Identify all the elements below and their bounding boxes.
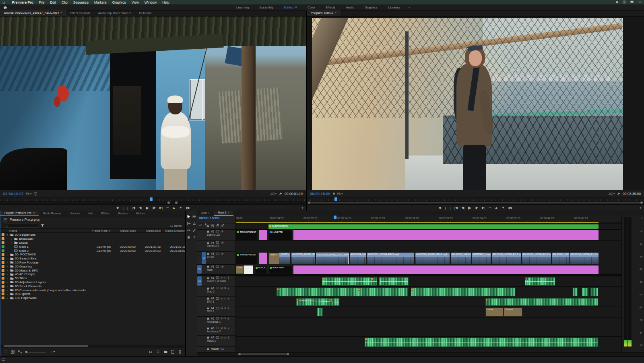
source-zoom-scrollbar[interactable] xyxy=(0,201,306,204)
clip[interactable] xyxy=(485,298,599,306)
menu-app-name[interactable]: Premiere Pro xyxy=(9,0,36,4)
tab-project[interactable]: Project: Premiere Pro≡ xyxy=(0,211,39,216)
label-color-swatch[interactable] xyxy=(2,237,4,240)
track-name[interactable]: Scenic LUT xyxy=(207,233,235,236)
lock-icon[interactable] xyxy=(207,252,209,255)
lock-icon[interactable] xyxy=(207,224,209,227)
track-visibility-eye-icon[interactable] xyxy=(221,241,224,244)
solo-button[interactable]: S xyxy=(224,297,226,300)
clip-transparent[interactable]: TRANSPARENT xyxy=(236,230,257,240)
new-item-icon[interactable] xyxy=(171,350,175,354)
clip-cross-di[interactable]: Cross Di xyxy=(236,266,244,274)
selection-tool[interactable] xyxy=(186,213,192,220)
menu-item-graphics[interactable]: Graphics xyxy=(109,0,129,4)
find-icon[interactable] xyxy=(157,350,160,354)
program-ruler[interactable] xyxy=(307,197,644,201)
row-twirl[interactable]: › xyxy=(6,297,9,299)
step-forward-icon[interactable]: |▶ xyxy=(153,206,156,210)
workspace-tab-color[interactable]: Color xyxy=(303,5,320,10)
tab-effect-controls[interactable]: Effect Controls xyxy=(66,10,94,16)
track-lane-v1[interactable]: Cross DiBLACKBlack Video xyxy=(236,265,621,274)
master-track-header[interactable]: Master0.0 xyxy=(197,346,235,352)
source-patch-v1[interactable]: V1 xyxy=(197,265,202,274)
program-zoom-scrollbar[interactable] xyxy=(307,201,644,204)
clip-black[interactable]: BLACK xyxy=(254,266,267,274)
track-header-a2[interactable]: A2MSDiag 2 xyxy=(197,286,235,297)
home-icon[interactable] xyxy=(0,6,10,10)
clip[interactable] xyxy=(293,230,598,240)
table-row[interactable]: ›99 Exports xyxy=(0,292,185,296)
step-back-icon[interactable]: ◀| xyxy=(139,206,142,210)
track-target-a2[interactable] xyxy=(202,286,206,297)
clip[interactable] xyxy=(379,277,409,286)
clip-a021c002-160308-r1lc-mp4[interactable]: A021C002_160308_R1LC.mp4 xyxy=(492,253,521,264)
source-patch-v4[interactable] xyxy=(197,241,202,252)
ripple-edit-tool[interactable] xyxy=(186,220,192,227)
clip[interactable] xyxy=(582,287,589,297)
solo-button[interactable]: S xyxy=(224,317,226,319)
zoom-slider[interactable] xyxy=(25,352,46,353)
clip[interactable] xyxy=(524,277,555,286)
lock-icon[interactable] xyxy=(207,287,209,290)
track-visibility-eye-icon[interactable] xyxy=(221,253,224,255)
menu-item-clip[interactable]: Clip xyxy=(59,0,70,4)
track-header-a6[interactable]: A6MSAmbience 2 xyxy=(197,326,235,336)
clip[interactable] xyxy=(322,277,378,286)
table-row[interactable]: ›50 Titles xyxy=(0,276,185,280)
step-back-icon[interactable]: ◀| xyxy=(461,206,464,210)
mark-in-icon[interactable]: { xyxy=(122,206,124,210)
track-name[interactable]: Ambience 1 xyxy=(207,320,235,323)
source-patch-a6[interactable] xyxy=(197,326,202,336)
track-visibility-eye-icon[interactable] xyxy=(221,225,224,227)
mute-button[interactable]: M xyxy=(221,336,223,339)
voiceover-mic-icon[interactable] xyxy=(227,327,229,330)
menu-item-file[interactable]: File xyxy=(36,0,47,4)
voiceover-mic-icon[interactable] xyxy=(227,336,229,339)
track-target-a4[interactable] xyxy=(202,306,206,316)
safe-margins-icon[interactable] xyxy=(34,192,37,195)
automate-sequence-icon[interactable] xyxy=(149,350,153,354)
clip-lunette[interactable]: LUNETTE xyxy=(268,230,293,240)
column-header-media-end[interactable]: Media End xyxy=(136,229,161,232)
play-icon[interactable]: ▶ xyxy=(146,206,149,210)
label-color-swatch[interactable] xyxy=(2,245,4,248)
search-input[interactable] xyxy=(4,224,38,228)
source-patch-v5[interactable] xyxy=(197,230,202,241)
clip[interactable] xyxy=(293,266,598,274)
tab-markers[interactable]: Markers xyxy=(114,211,132,216)
lock-icon[interactable] xyxy=(207,241,209,244)
table-row[interactable]: ›40 AE Comps xyxy=(0,272,185,276)
table-row[interactable]: ›100 Paperwork xyxy=(0,296,185,300)
clip[interactable] xyxy=(276,287,409,297)
menu-item-sequence[interactable]: Sequence xyxy=(70,0,91,4)
track-visibility-eye-icon[interactable] xyxy=(221,266,224,268)
clip-a6l3c002-160321-r1lc-mp4-200-[interactable]: A6L3C002_160321_R1LC.mp4 [200%] xyxy=(316,253,349,264)
menu-item-window[interactable]: Window xyxy=(142,0,159,4)
type-tool[interactable] xyxy=(192,234,197,241)
clip-a003c003-160304-r1lc-mp4[interactable]: A003C003_160304_R1LC.mp4 xyxy=(367,253,414,264)
mark-out-icon[interactable]: } xyxy=(127,206,128,210)
lock-icon[interactable] xyxy=(207,297,209,300)
column-header-media-duration[interactable]: Media Duration xyxy=(161,229,185,232)
lock-icon[interactable] xyxy=(207,265,209,268)
button-editor-plus-icon[interactable]: + xyxy=(301,206,303,210)
track-target-v6[interactable] xyxy=(202,224,206,229)
go-to-in-icon[interactable]: |◀ xyxy=(132,206,135,210)
sync-lock-icon[interactable] xyxy=(216,336,219,339)
loop-icon[interactable]: ∞ xyxy=(489,206,491,210)
voiceover-mic-icon[interactable] xyxy=(227,317,229,320)
clip[interactable] xyxy=(259,253,267,264)
track-target-v4[interactable] xyxy=(202,241,206,252)
source-patch-a5[interactable] xyxy=(197,317,202,326)
lift-icon[interactable]: ▲ xyxy=(495,206,498,210)
track-target-v3[interactable]: V3 xyxy=(202,252,206,264)
panel-menu-icon[interactable]: ≡ xyxy=(60,11,62,15)
lock-icon[interactable] xyxy=(207,230,209,233)
column-header-media-start[interactable]: Media Start xyxy=(111,229,136,232)
mute-button[interactable]: M xyxy=(221,297,223,300)
close-tab-icon[interactable]: × xyxy=(228,211,229,214)
battery-icon[interactable] xyxy=(630,0,634,4)
lock-icon[interactable] xyxy=(207,276,209,279)
sync-lock-icon[interactable] xyxy=(216,297,219,300)
program-settings-wrench-icon[interactable] xyxy=(617,192,620,195)
